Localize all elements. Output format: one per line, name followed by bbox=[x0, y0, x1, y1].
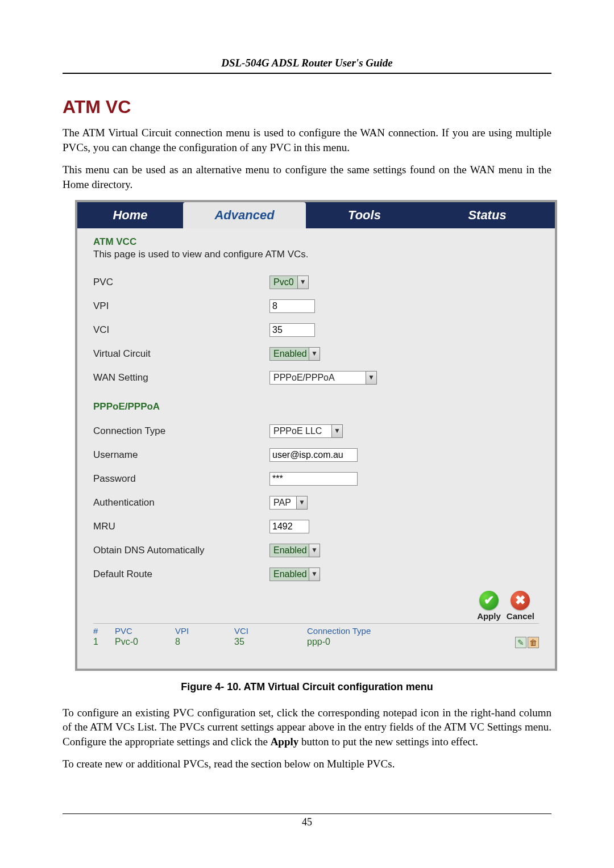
check-icon: ✔ bbox=[479, 591, 499, 610]
label-password: Password bbox=[93, 473, 269, 485]
row-connection-type: Connection Type PPPoE LLC ▼ bbox=[93, 420, 539, 442]
tab-tools[interactable]: Tools bbox=[306, 202, 423, 228]
row-obtain-dns: Obtain DNS Automatically Enabled ▼ bbox=[93, 540, 539, 561]
chevron-down-icon[interactable]: ▼ bbox=[309, 544, 320, 557]
row-username: Username bbox=[93, 444, 539, 466]
para3-apply-bold: Apply bbox=[271, 736, 299, 748]
apply-button[interactable]: ✔ Apply bbox=[477, 591, 501, 621]
col-num: # bbox=[93, 626, 115, 636]
select-wan-setting[interactable]: PPPoE/PPPoA bbox=[269, 371, 366, 385]
apply-button-label: Apply bbox=[477, 611, 501, 621]
input-mru[interactable] bbox=[269, 520, 309, 533]
row-authentication: Authentication PAP ▼ bbox=[93, 492, 539, 514]
col-vpi: VPI bbox=[175, 626, 234, 636]
group-title-atm-vcc: ATM VCC bbox=[93, 236, 539, 248]
cell-pvc: Pvc-0 bbox=[115, 637, 175, 648]
cell-vci: 35 bbox=[234, 637, 307, 648]
row-vci: VCI bbox=[93, 319, 539, 341]
row-wan-setting: WAN Setting PPPoE/PPPoA ▼ bbox=[93, 367, 539, 389]
chevron-down-icon[interactable]: ▼ bbox=[297, 276, 309, 289]
figure-caption: Figure 4- 10. ATM Virtual Circuit config… bbox=[63, 681, 551, 693]
label-authentication: Authentication bbox=[93, 497, 269, 508]
pvc-list-row: 1 Pvc-0 8 35 ppp-0 ✎🗑 bbox=[93, 636, 539, 656]
pvc-list-header: # PVC VPI VCI Connection Type bbox=[93, 623, 539, 636]
tab-bar: Home Advanced Tools Status Help bbox=[77, 202, 555, 228]
tab-help[interactable]: Help bbox=[551, 202, 614, 228]
page-number: 45 bbox=[302, 816, 312, 828]
paragraph-after-2: To create new or additional PVCs, read t… bbox=[63, 757, 551, 771]
cancel-button-label: Cancel bbox=[507, 611, 534, 621]
page-footer: 45 bbox=[63, 813, 551, 828]
tab-home[interactable]: Home bbox=[77, 202, 183, 228]
col-pvc: PVC bbox=[115, 626, 175, 636]
label-virtual-circuit: Virtual Circuit bbox=[93, 348, 269, 360]
cell-num: 1 bbox=[93, 637, 115, 648]
document-header: DSL-504G ADSL Router User's Guide bbox=[63, 57, 551, 74]
cell-actions: ✎🗑 bbox=[505, 637, 539, 648]
label-default-route: Default Route bbox=[93, 569, 269, 580]
paragraph-after-1: To configure an existing PVC configurati… bbox=[63, 706, 551, 749]
paragraph-intro-1: The ATM Virtual Circuit connection menu … bbox=[63, 126, 551, 155]
paragraph-intro-2: This menu can be used as an alternative … bbox=[63, 162, 551, 191]
panel-body: ATM VCC This page is used to view and co… bbox=[77, 228, 555, 669]
close-icon: ✖ bbox=[511, 591, 530, 610]
section-title: ATM VC bbox=[63, 97, 551, 118]
label-pvc: PVC bbox=[93, 277, 269, 288]
label-wan-setting: WAN Setting bbox=[93, 372, 269, 383]
chevron-down-icon[interactable]: ▼ bbox=[366, 371, 377, 385]
select-obtain-dns[interactable]: Enabled bbox=[269, 544, 309, 557]
col-vci: VCI bbox=[234, 626, 307, 636]
input-vpi[interactable] bbox=[269, 299, 315, 313]
select-connection-type[interactable]: PPPoE LLC bbox=[269, 424, 332, 438]
action-buttons-row: ✔ Apply ✖ Cancel bbox=[93, 587, 539, 623]
cell-vpi: 8 bbox=[175, 637, 234, 648]
group-description: This page is used to view and configure … bbox=[93, 249, 539, 260]
row-pvc: PVC Pvc0 ▼ bbox=[93, 272, 539, 293]
label-vpi: VPI bbox=[93, 301, 269, 312]
subsection-pppoe: PPPoE/PPPoA bbox=[93, 401, 539, 412]
router-config-panel: Home Advanced Tools Status Help ATM VCC … bbox=[75, 200, 557, 671]
row-vpi: VPI bbox=[93, 295, 539, 317]
edit-icon[interactable]: ✎ bbox=[515, 637, 526, 648]
row-virtual-circuit: Virtual Circuit Enabled ▼ bbox=[93, 343, 539, 365]
label-connection-type: Connection Type bbox=[93, 425, 269, 437]
cancel-button[interactable]: ✖ Cancel bbox=[507, 591, 534, 621]
para3-part-b: button to put the new settings into effe… bbox=[298, 736, 478, 748]
chevron-down-icon[interactable]: ▼ bbox=[296, 496, 308, 510]
input-password[interactable] bbox=[269, 472, 358, 486]
label-mru: MRU bbox=[93, 521, 269, 532]
row-default-route: Default Route Enabled ▼ bbox=[93, 564, 539, 585]
select-pvc[interactable]: Pvc0 bbox=[269, 276, 298, 289]
label-obtain-dns: Obtain DNS Automatically bbox=[93, 545, 269, 556]
label-username: Username bbox=[93, 449, 269, 461]
col-actions bbox=[505, 626, 539, 636]
chevron-down-icon[interactable]: ▼ bbox=[309, 567, 320, 581]
chevron-down-icon[interactable]: ▼ bbox=[309, 347, 320, 361]
cell-connection-type: ppp-0 bbox=[307, 637, 505, 648]
delete-icon[interactable]: 🗑 bbox=[528, 637, 539, 648]
tab-status[interactable]: Status bbox=[423, 202, 551, 228]
select-default-route[interactable]: Enabled bbox=[269, 567, 309, 581]
input-vci[interactable] bbox=[269, 323, 315, 337]
col-connection-type: Connection Type bbox=[307, 626, 505, 636]
label-vci: VCI bbox=[93, 324, 269, 336]
row-mru: MRU bbox=[93, 516, 539, 537]
row-password: Password bbox=[93, 468, 539, 490]
input-username[interactable] bbox=[269, 448, 358, 462]
tab-advanced[interactable]: Advanced bbox=[183, 202, 306, 228]
select-authentication[interactable]: PAP bbox=[269, 496, 297, 510]
chevron-down-icon[interactable]: ▼ bbox=[331, 424, 343, 438]
select-virtual-circuit[interactable]: Enabled bbox=[269, 347, 309, 361]
